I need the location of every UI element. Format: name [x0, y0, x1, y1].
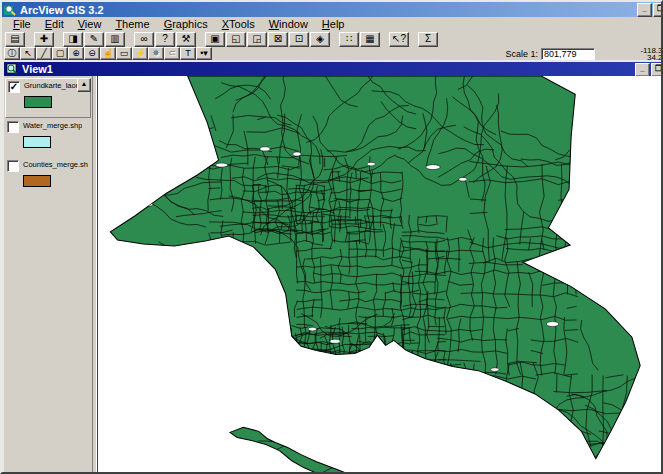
main-toolbar: ▤✚◨✎▥∞?⚒▣◱◲⊠⊡◈∷▦↖?Σ [2, 31, 661, 47]
zoom-selected-button[interactable]: ◲ [247, 32, 267, 47]
zoom-out-step-button[interactable]: ⊡ [289, 32, 309, 47]
toolbar-group: Σ [418, 32, 439, 47]
view1-window: View1 _❐ ✓Grundkarte_laor.shWater_merge.… [2, 60, 663, 474]
legend-panel: ✓Grundkarte_laor.shWater_merge.shpCounti… [4, 76, 92, 474]
open-theme-table-button[interactable]: ▦ [360, 32, 380, 47]
layer-checkbox[interactable]: ✓ [8, 81, 20, 93]
zoom-out-button[interactable]: ⊖ [84, 47, 100, 60]
layer-swatch [23, 175, 51, 187]
map-canvas[interactable] [98, 76, 663, 474]
minimize-button[interactable]: _ [637, 3, 652, 17]
arcview-logo-icon[interactable] [4, 4, 16, 16]
toolbar-group: ∞?⚒ [134, 32, 197, 47]
layer-swatch [24, 96, 52, 108]
view-minimize-button[interactable]: _ [635, 63, 650, 77]
toolbar-group: ◨✎▥ [63, 32, 126, 47]
clip-button[interactable]: ⊂ [164, 47, 180, 60]
view1-title: View1 [22, 63, 53, 75]
query-builder-button[interactable]: ⚒ [176, 32, 196, 47]
scale-label: Scale 1: [505, 49, 538, 59]
menu-help[interactable]: Help [315, 18, 352, 30]
measure-button[interactable]: ▭ [116, 47, 132, 60]
view1-title-bar: View1 _❐ [4, 62, 663, 76]
catalina-island-polygon [230, 427, 370, 474]
menu-bar: FileEditViewThemeGraphicsXToolsWindowHel… [2, 17, 661, 31]
layer-checkbox[interactable] [7, 160, 19, 172]
edit-legend-button[interactable]: ✎ [84, 32, 104, 47]
menu-theme[interactable]: Theme [108, 18, 156, 30]
zoom-previous-button[interactable]: ◈ [310, 32, 330, 47]
toolbar-group: ✚ [34, 32, 55, 47]
menu-window[interactable]: Window [262, 18, 315, 30]
restore-button[interactable]: ❐ [653, 3, 661, 17]
locate-address-button[interactable]: ? [155, 32, 175, 47]
zoom-active-theme-button[interactable]: ◱ [226, 32, 246, 47]
zoom-in-button[interactable]: ⊕ [68, 47, 84, 60]
help-pointer-button[interactable]: ↖? [389, 32, 409, 47]
theme-properties-button[interactable]: ◨ [63, 32, 83, 47]
menu-graphics[interactable]: Graphics [157, 18, 215, 30]
save-project-button[interactable]: ▤ [5, 32, 25, 47]
menu-file[interactable]: File [6, 18, 38, 30]
toolbar-group: ▤ [5, 32, 26, 47]
view-document-icon[interactable] [6, 63, 18, 75]
view1-window-buttons: _❐ [635, 63, 663, 77]
vertex-edit-button[interactable]: ╱ [36, 47, 52, 60]
toolbar-group: ↖? [389, 32, 410, 47]
area-of-interest-button[interactable]: ✸ [148, 47, 164, 60]
layer-name[interactable]: Water_merge.shp [23, 121, 82, 130]
mainland-polygon [110, 76, 640, 459]
coordinate-readout: -118.30 34.25 [623, 47, 663, 61]
layer-checkbox[interactable] [7, 121, 19, 133]
copy-theme-button[interactable]: ▥ [105, 32, 125, 47]
legend-scroll-up-icon[interactable]: ▲ [77, 78, 91, 92]
map-area[interactable] [97, 76, 663, 474]
menu-xtools[interactable]: XTools [215, 18, 262, 30]
legend-scrollbar[interactable]: ▲ ▼ [79, 78, 92, 474]
select-features-button[interactable]: ∷ [339, 32, 359, 47]
draw-point-button[interactable]: •▾ [196, 47, 212, 60]
view-restore-button[interactable]: ❐ [651, 63, 663, 77]
scale-input[interactable] [541, 48, 595, 60]
pointer-button[interactable]: ↖ [20, 47, 36, 60]
app-title-bar: ArcView GIS 3.2 _❐ [2, 2, 661, 17]
arcview-application-window: ArcView GIS 3.2 _❐ FileEditViewThemeGrap… [0, 0, 663, 474]
menu-edit[interactable]: Edit [38, 18, 71, 30]
tool-bar: ⓘ↖╱▢⊕⊖☝▭⚡✸⊂T•▾ Scale 1: -118.30 34.25 [2, 47, 661, 61]
menu-view[interactable]: View [71, 18, 109, 30]
application-desktop: View1 _❐ ✓Grundkarte_laor.shWater_merge.… [2, 60, 661, 472]
identify-button[interactable]: ⓘ [4, 47, 20, 60]
text-button[interactable]: T [180, 47, 196, 60]
app-window-buttons: _❐ [637, 3, 661, 17]
layer-swatch [23, 136, 51, 148]
sum-button[interactable]: Σ [418, 32, 438, 47]
app-title: ArcView GIS 3.2 [20, 4, 104, 16]
tool-buttons: ⓘ↖╱▢⊕⊖☝▭⚡✸⊂T•▾ [4, 47, 212, 60]
toolbar-group: ▣◱◲⊠⊡◈ [205, 32, 331, 47]
add-theme-button[interactable]: ✚ [34, 32, 54, 47]
pan-button[interactable]: ☝ [100, 47, 116, 60]
toolbar-group: ∷▦ [339, 32, 381, 47]
find-button[interactable]: ∞ [134, 32, 154, 47]
zoom-in-step-button[interactable]: ⊠ [268, 32, 288, 47]
hotlink-button[interactable]: ⚡ [132, 47, 148, 60]
select-box-button[interactable]: ▢ [52, 47, 68, 60]
zoom-full-extent-button[interactable]: ▣ [205, 32, 225, 47]
